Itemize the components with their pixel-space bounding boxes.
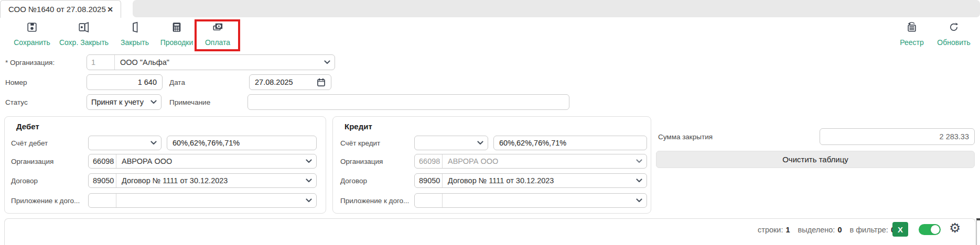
credit-organization-label: Организация [340, 158, 383, 165]
organization-code: 1 [87, 55, 115, 70]
gear-icon[interactable]: ⚙ [949, 220, 961, 235]
debit-annex-label: Приложение к дого... [11, 197, 80, 205]
chevron-down-icon [320, 55, 335, 70]
save-close-button-label: Сохр. Закрыть [59, 38, 109, 47]
credit-accounts-input[interactable]: 60%,62%,76%,71% [493, 136, 647, 150]
registry-button[interactable]: Реестр [896, 20, 928, 47]
credit-annex-select[interactable] [414, 193, 647, 208]
close-doc-icon [129, 20, 141, 33]
document-tab[interactable]: СОО №1640 от 27.08.2025 ✕ [0, 0, 121, 18]
calculator-icon [171, 20, 182, 33]
credit-annex-name [443, 194, 632, 207]
debit-organization-name: АВРОРА ООО [116, 154, 301, 168]
debit-contract-name: Договор № 1111 от 30.12.2023 [116, 174, 301, 187]
number-input[interactable]: 1 640 [87, 74, 163, 90]
debit-annex-select[interactable] [88, 193, 317, 208]
status-label: Статус [5, 98, 28, 106]
debit-annex-code [89, 194, 116, 207]
credit-account-select-value [415, 136, 473, 150]
postings-button-label: Проводки [160, 38, 193, 47]
debit-annex-name [116, 194, 301, 207]
tab-title: СОО №1640 от 27.08.2025 [8, 5, 106, 14]
save-close-button[interactable]: Сохр. Закрыть [58, 20, 110, 47]
credit-account-label: Счёт кредит [340, 139, 380, 147]
note-input[interactable] [247, 94, 569, 110]
debit-contract-label: Договор [11, 177, 38, 185]
credit-annex-label: Приложение к дого... [340, 197, 409, 205]
credit-contract-name: Договор № 1111 от 30.12.2023 [443, 174, 632, 187]
debit-organization-code: 66098 [89, 154, 116, 168]
payment-button-label: Оплата [205, 38, 230, 47]
registry-button-label: Реестр [900, 38, 924, 47]
clear-table-button[interactable]: Очистить таблицу [656, 151, 975, 168]
filtered-counter-label: в фильтре: [849, 226, 888, 234]
debit-panel: Дебет Счёт дебет 60%,62%,76%,71% Организ… [4, 116, 326, 214]
status-select[interactable]: Принят к учету [87, 94, 161, 110]
debit-panel-title: Дебет [16, 122, 39, 131]
chevron-down-icon [301, 194, 316, 207]
credit-panel: Кредит Счёт кредит 60%,62%,76%,71% Орган… [332, 116, 651, 214]
selected-counter-label: выделено: [798, 226, 835, 234]
credit-contract-label: Договор [340, 177, 367, 185]
debit-contract-code: 89050 [89, 174, 116, 187]
debit-contract-select[interactable]: 89050 Договор № 1111 от 30.12.2023 [88, 173, 317, 188]
selected-counter: выделено: 0 [798, 226, 842, 234]
status-value: Принят к учету [87, 95, 146, 109]
debit-organization-label: Организация [11, 158, 53, 165]
postings-button[interactable]: Проводки [157, 20, 196, 47]
debit-organization-select[interactable]: 66098 АВРОРА ООО [88, 154, 317, 169]
tab-strip-background [133, 0, 980, 17]
filter-toggle[interactable] [919, 224, 941, 235]
closing-sum-input[interactable]: 2 283.33 [820, 128, 975, 145]
credit-account-select[interactable] [414, 136, 488, 150]
credit-organization-name: АВРОРА ООО [443, 154, 632, 168]
rows-counter-label: строки: [758, 226, 783, 234]
registry-icon [906, 20, 918, 33]
chevron-down-icon [632, 154, 647, 168]
payment-button[interactable]: Оплата [201, 20, 234, 47]
refresh-icon [948, 20, 960, 33]
refresh-button[interactable]: Обновить [935, 20, 972, 47]
credit-contract-code: 89050 [415, 174, 443, 187]
debit-account-label: Счёт дебет [11, 139, 48, 147]
save-button[interactable]: Сохранить [9, 20, 55, 47]
payment-icon [212, 20, 224, 33]
toggle-knob [931, 225, 940, 234]
organization-select[interactable]: 1 ООО "Альфа" [87, 54, 335, 70]
number-label: Номер [5, 79, 27, 86]
chevron-down-icon [632, 174, 647, 187]
right-scrollbar[interactable] [976, 218, 980, 245]
status-bar: строки: 1 выделено: 0 в фильтре: 0 [758, 226, 895, 234]
date-label: Дата [169, 79, 185, 86]
debit-account-select[interactable] [88, 136, 161, 150]
date-input[interactable]: 27.08.2025 [249, 74, 331, 90]
debit-account-select-value [89, 136, 146, 150]
closing-sum-label: Сумма закрытия [658, 133, 713, 141]
credit-organization-code: 66098 [415, 154, 443, 168]
save-button-label: Сохранить [14, 38, 50, 47]
organization-label: * Организация: [5, 59, 55, 66]
chevron-down-icon [473, 136, 488, 150]
credit-panel-title: Кредит [344, 122, 372, 131]
note-label: Примечание [169, 98, 210, 106]
debit-accounts-input[interactable]: 60%,62%,76%,71% [167, 136, 317, 150]
save-close-icon [78, 20, 90, 33]
credit-annex-code [415, 194, 443, 207]
calendar-icon[interactable] [317, 78, 326, 87]
rows-counter-value: 1 [786, 226, 790, 234]
refresh-button-label: Обновить [937, 38, 970, 47]
date-value: 27.08.2025 [255, 78, 293, 86]
excel-export-button[interactable]: X [892, 222, 908, 237]
filtered-counter: в фильтре: 0 [849, 226, 895, 234]
tab-close-icon[interactable]: ✕ [106, 5, 114, 14]
close-button-label: Закрыть [121, 38, 149, 47]
close-button[interactable]: Закрыть [115, 20, 154, 47]
chevron-down-icon [146, 136, 161, 150]
rows-counter: строки: 1 [758, 226, 790, 234]
credit-organization-select[interactable]: 66098 АВРОРА ООО [414, 154, 647, 169]
chevron-down-icon [632, 194, 647, 207]
credit-contract-select[interactable]: 89050 Договор № 1111 от 30.12.2023 [414, 173, 647, 188]
chevron-down-icon [146, 95, 161, 109]
organization-name: ООО "Альфа" [115, 55, 320, 70]
chevron-down-icon [301, 154, 316, 168]
